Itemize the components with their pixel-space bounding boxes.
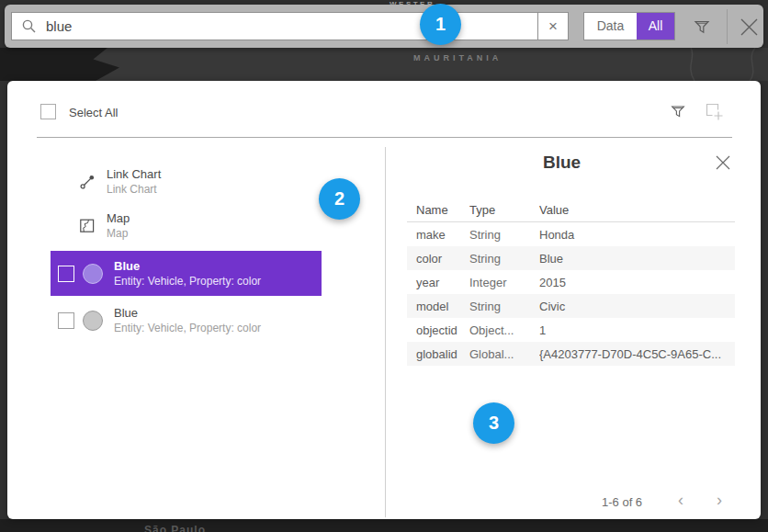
close-icon	[738, 16, 761, 39]
next-page-button[interactable]: ›	[708, 490, 730, 512]
table-cell: globalid	[407, 347, 469, 361]
results-filter-button[interactable]	[669, 102, 687, 120]
step-badge-2: 2	[319, 178, 360, 220]
result-title: Link Chart	[107, 166, 161, 182]
filter-icon	[692, 17, 712, 37]
step-badge-1: 1	[420, 4, 461, 45]
entity-circle-icon	[83, 264, 103, 284]
result-row-map[interactable]: Map Map	[51, 204, 322, 248]
add-to-new-button[interactable]	[703, 100, 724, 121]
table-cell: 2015	[539, 276, 735, 289]
result-subtitle: Entity: Vehicle, Property: color	[114, 274, 261, 289]
table-cell: String	[469, 228, 539, 242]
result-title: Map	[107, 210, 130, 226]
table-body: make String Honda color String Blue year…	[407, 222, 735, 366]
toggle-option-data[interactable]: Data	[584, 13, 637, 40]
clear-icon: ×	[548, 17, 558, 35]
map-label-bottom: São Paulo	[144, 524, 206, 532]
result-subtitle: Entity: Vehicle, Property: color	[114, 321, 261, 336]
map-icon	[79, 218, 96, 234]
panel-header-divider	[37, 137, 732, 138]
panel-vertical-divider	[385, 147, 386, 517]
close-search-button[interactable]	[738, 16, 761, 39]
map-strip-bottom: São Paulo	[0, 519, 768, 532]
table-row: model String Civic	[407, 294, 735, 318]
table-cell: String	[469, 252, 539, 266]
chevron-left-icon: ‹	[678, 491, 683, 509]
search-toolbar: × Data All	[5, 5, 763, 48]
table-row: color String Blue	[407, 246, 735, 270]
table-cell: Object...	[469, 323, 539, 337]
result-row-blue-selected[interactable]: Blue Entity: Vehicle, Property: color	[51, 251, 322, 296]
table-cell: Global...	[469, 347, 539, 361]
clear-search-button[interactable]: ×	[537, 12, 569, 40]
search-results-panel: Select All Link Chart Link Cha	[7, 81, 761, 519]
table-row: year Integer 2015	[407, 270, 735, 294]
table-cell: {A4203777-D70D-4C5C-9A65-C...	[539, 347, 735, 361]
result-row-blue[interactable]: Blue Entity: Vehicle, Property: color	[51, 299, 322, 343]
table-row: make String Honda	[407, 222, 735, 246]
result-checkbox[interactable]	[58, 312, 74, 329]
link-chart-icon	[79, 174, 96, 190]
table-row: globalid Global... {A4203777-D70D-4C5C-9…	[407, 342, 735, 366]
result-checkbox[interactable]	[58, 266, 74, 282]
detail-close-button[interactable]	[715, 154, 731, 171]
ocean-shape	[0, 48, 119, 81]
table-cell: Honda	[539, 228, 735, 242]
table-cell: year	[407, 276, 469, 289]
table-cell: make	[407, 228, 469, 242]
table-cell: String	[469, 300, 539, 313]
column-header-value: Value	[539, 203, 735, 217]
pagination-label: 1-6 of 6	[602, 495, 642, 509]
map-border-lines	[634, 48, 768, 81]
table-cell: color	[407, 252, 469, 266]
entity-circle-icon	[83, 311, 103, 331]
chevron-right-icon: ›	[717, 491, 722, 509]
table-cell: 1	[539, 323, 735, 337]
table-row: objectid Object... 1	[407, 318, 735, 342]
toolbar-divider	[727, 9, 728, 44]
app-screen: WESTER MAURITANIA São Paulo × Data All	[0, 0, 768, 532]
detail-close-icon	[715, 154, 731, 171]
table-cell: Blue	[539, 252, 735, 266]
table-header-row: Name Type Value	[407, 198, 735, 222]
table-cell: Civic	[539, 300, 735, 313]
data-all-toggle: Data All	[583, 12, 675, 40]
select-all-checkbox[interactable]	[40, 104, 56, 119]
add-to-new-icon	[703, 100, 724, 121]
map-label-mauritania: MAURITANIA	[413, 53, 502, 62]
toggle-option-all[interactable]: All	[637, 13, 674, 40]
table-cell: Integer	[469, 276, 539, 289]
prev-page-button[interactable]: ‹	[670, 490, 692, 512]
search-icon	[21, 18, 37, 34]
detail-title: Blue	[543, 153, 581, 173]
table-cell: objectid	[407, 323, 469, 337]
filter-button[interactable]	[692, 17, 712, 37]
result-subtitle: Link Chart	[107, 182, 161, 198]
result-subtitle: Map	[107, 226, 130, 242]
column-header-name: Name	[407, 203, 469, 217]
select-all-label: Select All	[69, 106, 118, 119]
column-header-type: Type	[469, 203, 539, 217]
step-badge-3: 3	[473, 402, 514, 444]
result-title: Blue	[114, 258, 261, 274]
attribute-table: Name Type Value make String Honda color …	[407, 198, 735, 366]
table-cell: model	[407, 300, 469, 313]
map-strip-middle: MAURITANIA	[0, 48, 768, 81]
result-row-link-chart[interactable]: Link Chart Link Chart	[51, 160, 322, 204]
result-title: Blue	[114, 305, 261, 321]
results-filter-icon	[669, 102, 687, 120]
